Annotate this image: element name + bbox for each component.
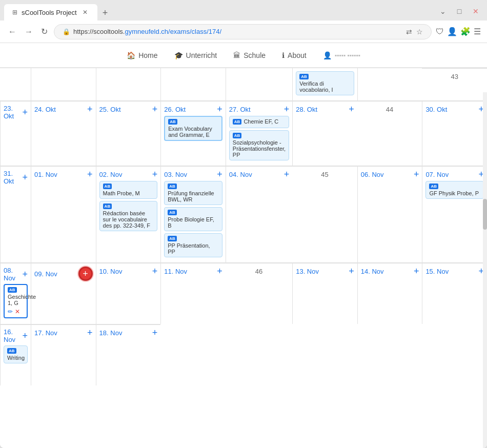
- day-43-sat: 28. Okt +: [292, 100, 357, 166]
- user-icon: 👤: [323, 51, 332, 59]
- day-46-thu-add[interactable]: +: [22, 331, 28, 340]
- day-46-mon-add[interactable]: +: [349, 267, 354, 276]
- day-43-sat-add[interactable]: +: [349, 105, 354, 114]
- reload-button[interactable]: ↻: [39, 25, 50, 38]
- tab-icon: ⊞: [12, 9, 17, 16]
- exam-chemie-title: Chemie EF, C: [244, 118, 278, 125]
- day-46-sat-date: 18. Nov: [99, 329, 123, 337]
- nav-user[interactable]: 👤 ▪▪▪▪▪ ▪▪▪▪▪▪: [323, 45, 360, 66]
- day-44-thu-add[interactable]: +: [152, 170, 158, 179]
- profile-icon[interactable]: 👤: [447, 27, 457, 36]
- exam-card-pp[interactable]: AB PP Präsentation, PP: [164, 233, 222, 257]
- nav-user-label: ▪▪▪▪▪ ▪▪▪▪▪▪: [335, 52, 360, 59]
- url-lock-icon: 🔒: [63, 28, 70, 35]
- day-43-fri: 27. Okt + AB Chemie EF, C AB: [226, 100, 292, 166]
- day-cell-partial-2: [96, 68, 161, 100]
- day-43-tue-add[interactable]: +: [87, 105, 93, 114]
- edit-icon[interactable]: ✏: [8, 308, 13, 315]
- back-button[interactable]: ←: [6, 25, 18, 38]
- bookmark-icon[interactable]: ☆: [416, 28, 423, 36]
- day-44-mon: 30. Okt +: [422, 100, 487, 166]
- day-43-thu: 26. Okt + AB Exam Vocabulary and Grammar…: [160, 100, 226, 166]
- day-45-mon-add[interactable]: +: [414, 170, 419, 179]
- day-43-mon-add[interactable]: +: [22, 108, 28, 117]
- day-43-wed-add[interactable]: +: [152, 105, 158, 114]
- tab-close-button[interactable]: ✕: [81, 8, 89, 16]
- day-45-sat-add[interactable]: +: [217, 267, 222, 276]
- day-43-thu-date: 26. Okt: [164, 106, 186, 113]
- day-43-fri-add[interactable]: +: [284, 105, 290, 114]
- day-45-fri: 10. Nov +: [96, 262, 161, 324]
- active-tab[interactable]: ⊞ sCoolTools Project ✕: [4, 4, 97, 21]
- exam-card-math[interactable]: AB Math Probe, M: [99, 181, 158, 199]
- exam-card-biologie[interactable]: AB Probe Biologie EF, B: [164, 207, 222, 231]
- day-44-mon-date: 30. Okt: [425, 106, 447, 113]
- page-content: 🏠 Home 🎓 Unterricht 🏛 Schule ℹ About 👤 ▪…: [0, 43, 487, 448]
- minimize-button[interactable]: ⌄: [436, 4, 450, 18]
- ab-icon-chemie: AB: [233, 119, 242, 125]
- day-46-tue-add[interactable]: +: [414, 267, 419, 276]
- url-bar[interactable]: 🔒 https://scooltools.gymneufeld.ch/exams…: [54, 24, 432, 39]
- day-45-wed-add[interactable]: +: [22, 270, 28, 279]
- editing-icons: ✏ ✕: [8, 308, 24, 315]
- nav-unterricht[interactable]: 🎓 Unterricht: [174, 45, 217, 66]
- translate-icon[interactable]: ⇄: [406, 28, 412, 36]
- extensions-icon[interactable]: 🧩: [460, 27, 471, 36]
- day-cell-partial-3: [160, 68, 226, 100]
- exam-title-vocab: Verifica di vocabolario, I: [299, 80, 333, 93]
- day-46-fri: 17. Nov +: [31, 324, 96, 385]
- day-46-thu-date: 16. Nov: [4, 328, 22, 343]
- day-43-tue-header: 24. Okt +: [34, 105, 93, 114]
- exam-card-vocabulary[interactable]: AB Exam Vocabulary and Grammar, E: [164, 116, 222, 141]
- exam-card-writing[interactable]: AB Writing: [4, 345, 28, 363]
- ab-icon-redaction: AB: [103, 203, 112, 209]
- tab-title: sCoolTools Project: [22, 9, 77, 16]
- day-45-tue: 07. Nov + AB GF Physik Probe, P: [422, 166, 487, 262]
- nav-unterricht-label: Unterricht: [186, 51, 217, 59]
- day-43-sat-date: 28. Okt: [296, 106, 317, 113]
- day-43-thu-add[interactable]: +: [217, 105, 222, 114]
- day-46-sat-add[interactable]: +: [152, 328, 158, 337]
- day-44-wed-add[interactable]: +: [87, 170, 93, 179]
- exam-card-geschichte[interactable]: AB Geschichte 1, G ✏ ✕: [4, 284, 28, 318]
- nav-schule[interactable]: 🏛 Schule: [233, 45, 266, 66]
- address-bar: ← → ↻ 🔒 https://scooltools.gymneufeld.ch…: [0, 21, 487, 43]
- forward-button[interactable]: →: [23, 25, 35, 38]
- scrollbar-track[interactable]: [483, 92, 487, 448]
- window-controls: ⌄ □ ✕: [436, 4, 483, 21]
- schule-icon: 🏛: [233, 51, 240, 59]
- calendar-scroll: AB Verifica di vocabolario, I 43: [0, 68, 487, 448]
- day-45-thu-add-highlighted[interactable]: +: [78, 267, 93, 281]
- exam-card-vocab[interactable]: AB Verifica di vocabolario, I: [296, 71, 354, 95]
- exam-biologie-title: Probe Biologie EF, B: [168, 216, 214, 229]
- day-45-thu-date: 09. Nov: [34, 270, 57, 278]
- delete-icon[interactable]: ✕: [15, 308, 20, 315]
- calendar-wrapper: AB Verifica di vocabolario, I 43: [0, 68, 487, 448]
- day-45-fri-date: 10. Nov: [99, 268, 123, 275]
- day-44-tue: 31. Okt +: [0, 166, 31, 262]
- exam-card-pruefung[interactable]: AB Prüfung finanzielle BWL, WR: [164, 181, 222, 205]
- scrollbar-thumb[interactable]: [483, 199, 487, 230]
- new-tab-button[interactable]: +: [98, 6, 112, 21]
- day-45-wed: 08. Nov + AB Geschichte 1, G ✏ ✕: [0, 262, 31, 324]
- menu-icon[interactable]: ☰: [474, 27, 481, 36]
- maximize-button[interactable]: □: [452, 4, 466, 18]
- exam-card-physik[interactable]: AB GF Physik Probe, P: [425, 181, 484, 199]
- calendar-grid: AB Verifica di vocabolario, I 43: [0, 68, 487, 385]
- ab-icon-math: AB: [103, 184, 112, 189]
- exam-card-chemie[interactable]: AB Chemie EF, C: [229, 116, 289, 128]
- nav-home[interactable]: 🏠 Home: [127, 45, 157, 66]
- exam-card-sozial[interactable]: AB Sozialpsychologie - Präsentationsfens…: [229, 130, 289, 160]
- exam-pruefung-title: Prüfung finanzielle BWL, WR: [168, 190, 214, 202]
- day-46-wed: 15. Nov +: [422, 262, 487, 324]
- nav-about[interactable]: ℹ About: [282, 45, 307, 66]
- day-44-tue-add[interactable]: +: [22, 173, 28, 182]
- day-44-sat-add[interactable]: +: [284, 170, 290, 179]
- week-num-45: 45: [292, 166, 357, 262]
- day-46-mon-date: 13. Nov: [296, 268, 319, 275]
- exam-card-redaction[interactable]: AB Rédaction basée sur le vocabulaire de…: [99, 201, 158, 231]
- close-button[interactable]: ✕: [469, 4, 483, 18]
- day-45-fri-add[interactable]: +: [152, 267, 158, 276]
- day-46-fri-add[interactable]: +: [87, 328, 93, 337]
- day-44-fri-add[interactable]: +: [217, 170, 222, 179]
